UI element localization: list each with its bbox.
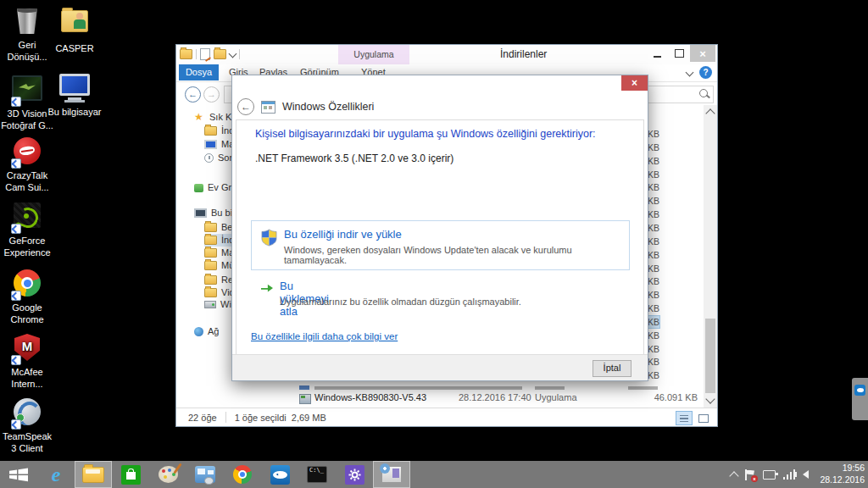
sidebar-item-network[interactable]: Ağ [194, 325, 219, 338]
status-bar: 22 öğe 1 öğe seçildi 2,69 MB [176, 408, 717, 426]
mcafee-shield-icon: M [12, 334, 42, 364]
app-icon [299, 385, 309, 390]
contextual-tab-header: Uygulama Araçları [338, 45, 409, 64]
computer-icon [59, 74, 90, 104]
monitor-icon [204, 140, 217, 149]
desktop-icon-label: 3D Vision Fotoğraf G... [0, 108, 54, 132]
uac-shield-icon [261, 229, 277, 247]
taskbar-pc-settings[interactable] [336, 461, 373, 488]
desktop-icon-geforce[interactable]: GeForce Experience [0, 200, 54, 259]
skip-arrow-icon [260, 282, 274, 294]
taskbar-control-panel[interactable] [186, 461, 224, 488]
volume-icon[interactable] [803, 470, 809, 479]
help-icon[interactable]: ? [699, 66, 712, 79]
chrome-icon [233, 465, 252, 484]
more-info-link[interactable]: Bu özellikle ilgili daha çok bilgi ver [251, 331, 398, 341]
taskbar-teamviewer[interactable] [261, 461, 298, 488]
chrome-icon [12, 269, 42, 300]
desktop-icon-chrome[interactable]: Google Chrome [0, 268, 54, 326]
power-plug-icon[interactable] [763, 470, 776, 480]
desktop-icon-3d-vision[interactable]: 3D Vision Fotoğraf G... [0, 71, 54, 132]
taskbar-chrome[interactable] [224, 461, 261, 488]
dialog-heading: Kişisel bilgisayarınızdaki bir uygulama … [255, 128, 596, 140]
scroll-down-icon[interactable] [705, 394, 715, 403]
desktop-icon-label: GeForce Experience [0, 236, 54, 259]
details-view-button[interactable] [676, 411, 693, 425]
photo-viewer-icon [12, 75, 42, 106]
desktop-icon-recycle-bin[interactable]: Geri Dönüşü... [0, 5, 54, 64]
recent-places-icon [204, 153, 214, 163]
back-button[interactable]: ← [185, 86, 201, 103]
tab-file[interactable]: Dosya [179, 64, 219, 80]
desktop-icon-teamspeak[interactable]: TeamSpeak 3 Client [0, 396, 54, 455]
show-hidden-icons-chevron-icon[interactable] [729, 471, 738, 480]
folder-icon [204, 223, 217, 232]
dialog-back-button[interactable]: ← [237, 98, 254, 115]
teamviewer-icon [270, 465, 290, 485]
maximize-button[interactable] [668, 45, 690, 62]
ribbon-collapse-chevron-icon[interactable] [686, 69, 694, 77]
desktop-icon-casper[interactable]: CASPER [47, 5, 102, 55]
search-icon [699, 89, 708, 97]
dialog-content: Kişisel bilgisayarınızdaki bir uygulama … [236, 119, 644, 355]
desktop-icon-this-pc[interactable]: Bu bilgisayar [47, 71, 102, 119]
taskbar-store[interactable] [112, 461, 149, 488]
start-button[interactable] [0, 461, 37, 488]
geforce-icon [12, 202, 42, 233]
desktop-icon-label: McAfee Intern... [0, 367, 54, 391]
internet-explorer-icon: e [52, 464, 61, 485]
desktop-icon-label: TeamSpeak 3 Client [0, 431, 54, 455]
action-center-flag-icon[interactable]: x [745, 469, 755, 480]
paint-icon [159, 466, 178, 483]
folder-icon [204, 275, 217, 285]
folder-icon [204, 236, 217, 245]
properties-icon[interactable] [200, 48, 210, 60]
homegroup-icon [194, 184, 203, 192]
desktop-icon-mcafee[interactable]: M McAfee Intern... [0, 332, 54, 391]
new-folder-icon[interactable] [214, 49, 226, 59]
file-row-partial[interactable] [287, 380, 704, 391]
taskbar-cmd[interactable]: C:\_ [298, 461, 336, 488]
clock-date: 28.12.2016 [820, 474, 865, 486]
windows-features-icon [261, 101, 275, 114]
option-download-desc: Windows, gereken dosyaları Windows Updat… [284, 245, 629, 265]
thumbnail-view-button[interactable] [695, 411, 712, 425]
minimize-button[interactable] [646, 45, 668, 62]
folder-icon [204, 248, 217, 258]
qat-customize-chevron-icon[interactable] [229, 49, 237, 58]
scroll-up-icon[interactable] [705, 108, 715, 118]
system-tray: x 19:56 28.12.2016 [731, 461, 865, 488]
taskbar-installer[interactable] [373, 461, 410, 488]
teamspeak-icon [12, 398, 42, 429]
file-name: Windows-KB890830-V5.43 [314, 392, 426, 402]
desktop-icon-label: Bu bilgisayar [47, 107, 102, 119]
forward-button[interactable]: → [203, 86, 220, 103]
folder-icon[interactable] [180, 49, 192, 59]
file-size: 46.091 KB [621, 392, 698, 402]
cancel-button[interactable]: İptal [593, 360, 632, 377]
taskbar: e C:\_ x 19:56 28.12.2016 [0, 461, 868, 488]
scrollbar-thumb[interactable] [705, 319, 715, 393]
option-download-install[interactable]: Bu özelliği indir ve yükle Windows, gere… [251, 220, 630, 270]
taskbar-ie[interactable]: e [37, 461, 75, 488]
command-prompt-icon: C:\_ [307, 466, 327, 483]
file-explorer-icon [82, 467, 104, 483]
dialog-close-button[interactable]: × [621, 75, 648, 91]
folder-icon [204, 126, 217, 136]
folder-icon [204, 261, 217, 270]
selected-count: 1 öğe seçildi [235, 413, 287, 423]
teamviewer-popup[interactable] [852, 378, 868, 420]
windows-store-icon [121, 465, 141, 485]
selected-size: 2,69 MB [292, 413, 326, 423]
file-row[interactable]: Windows-KB890830-V5.43 28.12.2016 17:40 … [287, 392, 704, 405]
option-skip-desc: Uygulamalarınız bu özellik olmadan düzgü… [280, 297, 602, 307]
user-folder-icon [59, 10, 90, 41]
close-button[interactable]: × [690, 45, 715, 62]
taskbar-paint[interactable] [149, 461, 186, 488]
vertical-scrollbar[interactable] [704, 105, 717, 408]
taskbar-file-explorer[interactable] [75, 461, 112, 488]
settings-gear-icon [345, 465, 364, 485]
quick-access-toolbar [180, 48, 240, 60]
desktop-icon-crazytalk[interactable]: CrazyTalk Cam Sui... [0, 136, 54, 194]
taskbar-clock[interactable]: 19:56 28.12.2016 [820, 463, 865, 485]
